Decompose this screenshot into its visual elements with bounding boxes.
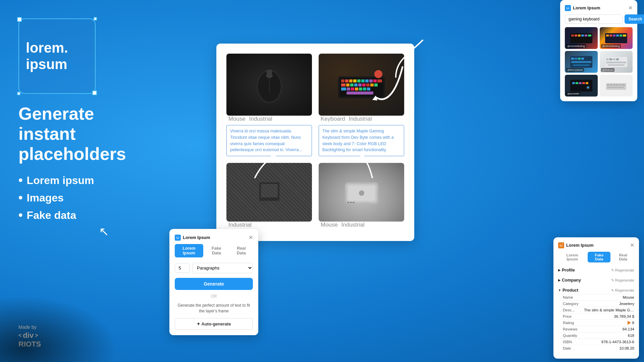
svg-rect-49 (585, 35, 587, 37)
fd-tab-realdata[interactable]: Real Data (612, 252, 634, 262)
image-result-4[interactable]: @binkore (600, 51, 633, 73)
tab-real-data[interactable]: Real Data (230, 244, 253, 257)
fd-tab-lorem[interactable]: Lorem Ipsum (558, 252, 586, 262)
svg-rect-29 (355, 87, 358, 90)
product-regenerate-button[interactable]: ✎ Regenerate (611, 288, 635, 293)
svg-rect-25 (374, 83, 378, 86)
paragraph-type-select[interactable]: Paragraphs (193, 263, 253, 273)
svg-rect-82 (610, 84, 612, 86)
lorem-close-button[interactable]: ✕ (249, 234, 253, 241)
svg-rect-23 (366, 83, 370, 86)
svg-rect-50 (588, 35, 591, 37)
auto-generate-button[interactable]: ✦ Auto-generate (175, 318, 253, 330)
company-section: ▶ Company ✎ Regenerate (558, 277, 634, 284)
image-result-3[interactable]: @blurrystock (565, 51, 598, 73)
svg-rect-14 (369, 79, 373, 82)
lorem-panel-header: Li Lorem Ipsum ✕ (175, 234, 253, 241)
profile-regenerate-button[interactable]: ✎ Regenerate (611, 268, 635, 273)
splatter-decoration (0, 295, 117, 362)
mouse2-label: Mouse Industrial (319, 222, 404, 228)
product-date-key: Date (563, 346, 571, 350)
product-regenerate-icon: ✎ (611, 288, 614, 293)
generate-button[interactable]: Generate (175, 278, 253, 290)
keyboard-label: Keyboard Industrial (319, 116, 404, 122)
mouse-product: Mouse Industrial Viverra id orci massa m… (226, 54, 312, 156)
image-label-2: @michelleding (601, 44, 621, 48)
product-price-row: Price 36.789,34 $ (558, 313, 634, 319)
svg-rect-70 (606, 62, 626, 63)
logo-box: lorem. ipsum (18, 18, 96, 94)
product-isbn-value: 978-1-4473-3613-6 (601, 340, 634, 344)
description-text: Generate the perfect amount of text to f… (175, 303, 253, 314)
svg-rect-22 (362, 83, 366, 86)
kb-preview-6 (604, 78, 628, 93)
svg-rect-54 (613, 35, 615, 37)
profile-section-header: ▶ Profile ✎ Regenerate (558, 266, 634, 274)
svg-rect-45 (571, 35, 574, 37)
fd-tab-fakedata[interactable]: Fake Data (588, 252, 610, 262)
image-result-6[interactable] (600, 75, 633, 97)
svg-rect-72 (570, 80, 592, 92)
mouse-image (226, 54, 312, 116)
svg-rect-62 (581, 58, 584, 60)
svg-rect-83 (613, 84, 615, 86)
company-regenerate-icon: ✎ (611, 278, 614, 283)
company-section-header: ▶ Company ✎ Regenerate (558, 277, 634, 284)
svg-rect-59 (571, 58, 574, 60)
tab-lorem-ipsum[interactable]: Lorem Ipsum (175, 244, 203, 257)
product-card-panel: Mouse Industrial Viverra id orci massa m… (216, 44, 414, 241)
feature-images: Images (18, 191, 126, 205)
svg-rect-18 (346, 83, 350, 86)
kb-preview-5 (570, 78, 593, 93)
fd-close-button[interactable]: ✕ (630, 242, 634, 248)
svg-rect-67 (609, 58, 612, 60)
product-isbn-key: ISBN (563, 340, 572, 344)
panel-title: Li Lorem Ipsum (565, 5, 600, 11)
search-button[interactable]: Search (625, 14, 644, 24)
svg-rect-33 (346, 92, 373, 95)
company-title: ▶ Company (558, 278, 581, 283)
svg-rect-74 (576, 82, 578, 84)
svg-rect-55 (616, 35, 619, 37)
headline: Generate instant placeholders (18, 104, 126, 164)
product-rating-row: Rating 8 (558, 319, 634, 326)
product-section: ▼ Product ✎ Regenerate Name Mouse Catego… (558, 287, 634, 351)
product-desc-row: Desc... The slim & simple Maple Gaming K… (558, 307, 634, 313)
svg-rect-76 (582, 82, 585, 84)
plugin-logo: Li (565, 5, 571, 11)
svg-rect-47 (578, 35, 581, 37)
svg-rect-26 (341, 87, 346, 90)
paragraph-count-input[interactable] (175, 263, 190, 273)
product-quantity-value: 618 (628, 334, 634, 338)
svg-rect-9 (349, 79, 353, 82)
svg-point-40 (359, 190, 364, 196)
lorem-plugin-logo: Li (175, 235, 181, 241)
company-regenerate-button[interactable]: ✎ Regenerate (611, 278, 635, 283)
image-result-1[interactable]: @michelleding (565, 27, 598, 49)
image-label-3: @blurrystock (566, 68, 584, 72)
svg-rect-60 (575, 58, 577, 60)
svg-rect-30 (359, 87, 362, 90)
kb-preview-1 (570, 31, 593, 46)
svg-rect-19 (350, 83, 354, 86)
product-desc-value: The slim & simple Maple Gaming Keyboar..… (584, 308, 634, 312)
lorem-form: Paragraphs (175, 263, 253, 273)
dotted-label: Industrial (226, 222, 312, 228)
search-input[interactable] (565, 14, 623, 24)
cursor-icon: ↖ (99, 225, 109, 239)
svg-rect-84 (616, 84, 619, 86)
lorem-tabs: Lorem Ipsum Fake Data Real Data (175, 244, 253, 257)
svg-rect-21 (358, 83, 362, 86)
tab-fake-data[interactable]: Fake Data (205, 244, 228, 257)
image-result-5[interactable]: @amieldh (565, 75, 598, 97)
image-result-2[interactable]: @michelleding (600, 27, 633, 49)
close-button[interactable]: ✕ (628, 5, 633, 11)
svg-point-34 (374, 70, 382, 78)
image-preview-6 (600, 75, 633, 97)
search-row: Search (565, 14, 633, 24)
feature-fakedata: Fake data (18, 208, 126, 222)
fd-plugin-logo: Li (558, 242, 564, 248)
mouse-product-2: Mouse Industrial (319, 163, 404, 231)
product-category-value: Jewelery (619, 302, 634, 306)
svg-point-79 (587, 86, 589, 88)
